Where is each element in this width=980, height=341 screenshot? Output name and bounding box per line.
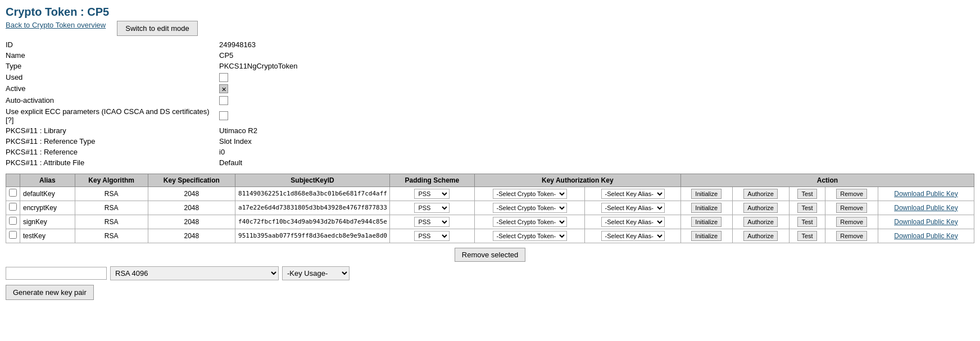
row-select-checkbox[interactable] [9,217,17,225]
row-alias: encryptKey [20,201,75,215]
download-public-key-link[interactable]: Download Public Key [894,204,958,212]
row-select-checkbox[interactable] [9,231,17,239]
info-used-row: Used [6,71,301,83]
download-public-key-link[interactable]: Download Public Key [894,232,958,240]
info-pkcs11-library-row: PKCS#11 : Library Utimaco R2 [6,125,301,136]
authorize-button[interactable]: Authorize [743,231,777,241]
id-label: ID [6,39,219,50]
switch-edit-mode-button[interactable]: Switch to edit mode [117,21,197,36]
type-label: Type [6,61,219,71]
key-alias-select[interactable]: -Select Key Alias- [601,203,665,213]
remove-selected-button[interactable]: Remove selected [455,248,525,262]
test-button[interactable]: Test [797,203,816,213]
crypto-token-select[interactable]: -Select Crypto Token- [493,231,567,241]
key-table: Alias Key Algorithm Key Specification Su… [6,174,974,243]
test-button[interactable]: Test [797,189,816,199]
table-row: encryptKeyRSA2048a17e22e6d4d73831805d3bb… [6,201,974,215]
key-alias-select[interactable]: -Select Key Alias- [601,217,665,227]
ecc-label: Use explicit ECC parameters (ICAO CSCA a… [6,106,219,125]
new-alias-input[interactable] [6,267,107,280]
used-checkbox[interactable] [219,73,228,82]
col-alias: Alias [20,174,75,187]
row-key-algorithm: RSA [75,201,148,215]
type-value: PKCS11NgCryptoToken [219,61,301,71]
row-subject-key-id: a17e22e6d4d73831805d3bb43928e4767f877833 [235,201,390,215]
generate-key-pair-button[interactable]: Generate new key pair [6,285,94,300]
row-alias: testKey [20,229,75,243]
col-action: Action [680,174,974,187]
row-key-specification: 2048 [148,229,235,243]
authorize-button[interactable]: Authorize [743,189,777,199]
crypto-token-select[interactable]: -Select Crypto Token- [493,217,567,227]
test-button[interactable]: Test [797,231,816,241]
authorize-button[interactable]: Authorize [743,217,777,227]
col-key-specification: Key Specification [148,174,235,187]
info-id-row: ID 249948163 [6,39,301,50]
initialize-button[interactable]: Initialize [691,217,722,227]
name-label: Name [6,50,219,61]
initialize-button[interactable]: Initialize [691,231,722,241]
row-select-checkbox[interactable] [9,203,17,211]
info-active-row: Active ✕ [6,83,301,95]
remove-button[interactable]: Remove [836,189,867,199]
info-auto-activation-row: Auto-activation [6,94,301,106]
key-usage-select[interactable]: -Key Usage-SIGNENCRYPTDECRYPT [282,266,350,280]
padding-scheme-select[interactable]: PSSPKCS1 [414,189,450,199]
pkcs11-library-value: Utimaco R2 [219,125,301,136]
row-key-specification: 2048 [148,215,235,229]
row-key-specification: 2048 [148,201,235,215]
used-label: Used [6,71,219,83]
row-select-checkbox[interactable] [9,189,17,197]
col-select [6,174,20,187]
info-name-row: Name CP5 [6,50,301,61]
row-alias: defaultKey [20,187,75,201]
pkcs11-library-label: PKCS#11 : Library [6,125,219,136]
row-key-algorithm: RSA [75,215,148,229]
initialize-button[interactable]: Initialize [691,189,722,199]
table-row: signKeyRSA2048f40c72fbcf10bc34d9ab943d2b… [6,215,974,229]
info-pkcs11-ref-type-row: PKCS#11 : Reference Type Slot Index [6,136,301,147]
remove-button[interactable]: Remove [836,203,867,213]
col-key-algorithm: Key Algorithm [75,174,148,187]
crypto-token-select[interactable]: -Select Crypto Token- [493,189,567,199]
pkcs11-attr-label: PKCS#11 : Attribute File [6,157,219,168]
id-value: 249948163 [219,39,301,50]
row-alias: signKey [20,215,75,229]
active-label: Active [6,83,219,95]
table-row: testKeyRSA20489511b395aab077f59ff8d36aed… [6,229,974,243]
key-alias-select[interactable]: -Select Key Alias- [601,231,665,241]
col-subject-key-id: SubjectKeyID [235,174,390,187]
test-button[interactable]: Test [797,217,816,227]
row-key-specification: 2048 [148,187,235,201]
key-spec-select[interactable]: RSA 4096RSA 2048RSA 1024EC 256EC 384 [110,266,279,280]
authorize-button[interactable]: Authorize [743,203,777,213]
col-key-auth-key: Key Authorization Key [474,174,680,187]
back-link[interactable]: Back to Crypto Token overview [6,21,106,29]
remove-button[interactable]: Remove [836,217,867,227]
padding-scheme-select[interactable]: PSSPKCS1 [414,217,450,227]
ecc-checkbox[interactable] [219,111,228,120]
page-title: Crypto Token : CP5 [6,6,974,19]
initialize-button[interactable]: Initialize [691,203,722,213]
key-alias-select[interactable]: -Select Key Alias- [601,189,665,199]
padding-scheme-select[interactable]: PSSPKCS1 [414,203,450,213]
pkcs11-attr-value: Default [219,157,301,168]
col-padding-scheme: Padding Scheme [389,174,474,187]
padding-scheme-select[interactable]: PSSPKCS1 [414,231,450,241]
row-key-algorithm: RSA [75,229,148,243]
info-ecc-row: Use explicit ECC parameters (ICAO CSCA a… [6,106,301,125]
crypto-token-select[interactable]: -Select Crypto Token- [493,203,567,213]
pkcs11-ref-value: i0 [219,147,301,157]
info-pkcs11-attr-row: PKCS#11 : Attribute File Default [6,157,301,168]
table-row: defaultKeyRSA2048811490362251c1d868e8a3b… [6,187,974,201]
active-checkbox[interactable]: ✕ [219,84,228,93]
remove-button[interactable]: Remove [836,231,867,241]
download-public-key-link[interactable]: Download Public Key [894,190,958,198]
auto-activation-label: Auto-activation [6,94,219,106]
info-type-row: Type PKCS11NgCryptoToken [6,61,301,71]
name-value: CP5 [219,50,301,61]
row-subject-key-id: f40c72fbcf10bc34d9ab943d2b764bd7e944c85e [235,215,390,229]
download-public-key-link[interactable]: Download Public Key [894,218,958,226]
auto-activation-checkbox[interactable] [219,96,228,105]
pkcs11-ref-label: PKCS#11 : Reference [6,147,219,157]
